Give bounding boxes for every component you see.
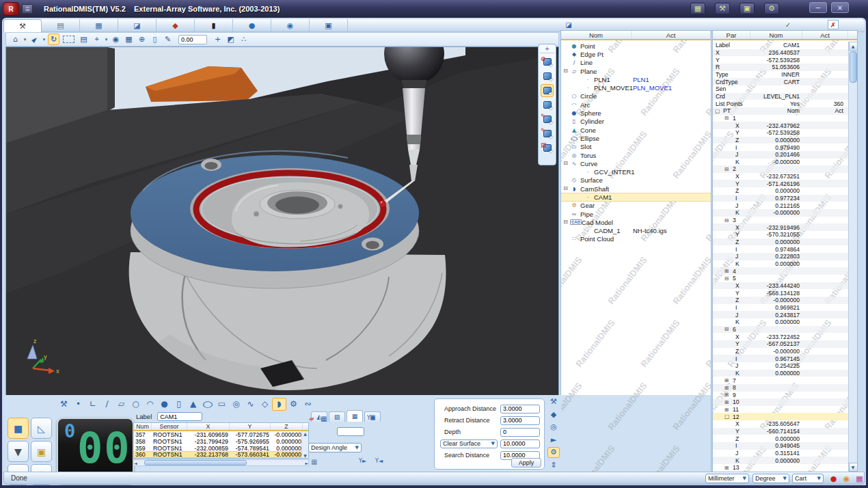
tree-item-curve[interactable]: ⊟∿Curve bbox=[561, 159, 711, 167]
tree-item-ellipse[interactable]: ○Ellipse bbox=[561, 134, 711, 142]
property-row[interactable]: J0.222803 bbox=[713, 253, 848, 260]
property-row[interactable]: TypeINNER bbox=[713, 71, 848, 79]
tree-item-cadm-1[interactable]: ·CADM_1NH-tc40.igs bbox=[561, 227, 711, 235]
export-view-icon[interactable]: ▤ bbox=[78, 33, 90, 45]
table-row[interactable]: 359ROOTSN1-232.000859-574.7895410.000000 bbox=[134, 445, 308, 452]
pick-solid-icon[interactable]: ◩ bbox=[225, 33, 236, 45]
tree-item-point-cloud[interactable]: ∷Point Cloud bbox=[561, 235, 711, 243]
rotate-view-icon[interactable]: ↻ bbox=[48, 33, 59, 45]
feature-label-input[interactable] bbox=[157, 412, 202, 421]
arc-icon[interactable]: ◠ bbox=[143, 398, 157, 411]
tab-view[interactable]: ◉ bbox=[271, 19, 310, 32]
probes-icon[interactable]: ◆ bbox=[547, 409, 560, 419]
property-row[interactable]: R51.053606 bbox=[713, 64, 848, 71]
scroll-right-icon[interactable]: ► bbox=[305, 461, 308, 465]
property-row[interactable]: K-0.000000 bbox=[713, 159, 848, 166]
probe-mark-icon[interactable]: ►✎ bbox=[541, 127, 554, 140]
tree-item-cam1[interactable]: ·CAM1 bbox=[561, 193, 711, 201]
property-row[interactable]: Z-0.000000 bbox=[713, 297, 848, 304]
property-row[interactable]: □12 bbox=[713, 413, 848, 420]
scrollbar-thumb[interactable] bbox=[144, 460, 247, 465]
property-row[interactable]: □PTNomAct bbox=[713, 107, 848, 115]
property-row[interactable]: ⊞8 bbox=[713, 384, 848, 392]
expand-toggle-icon[interactable]: ⊞ bbox=[724, 465, 731, 471]
estop-icon[interactable]: ● bbox=[828, 473, 839, 484]
scroll-down-icon[interactable]: ▼ bbox=[303, 453, 307, 458]
expand-toggle-icon[interactable]: ⊞ bbox=[724, 392, 731, 398]
property-row[interactable]: K0.000000 bbox=[713, 457, 848, 464]
machine-remote-icon[interactable]: ▦ bbox=[690, 3, 705, 14]
property-row[interactable]: Y-570.321055 bbox=[713, 231, 848, 239]
cylinder-view-icon[interactable]: ▯ bbox=[149, 33, 161, 45]
tolerance-value-input[interactable] bbox=[178, 35, 207, 44]
line-icon[interactable]: ∕ bbox=[100, 398, 114, 411]
property-row[interactable]: ⊞13 bbox=[713, 464, 848, 472]
tree-item-gear[interactable]: ⚙Gear bbox=[561, 202, 711, 210]
joystick-link-icon[interactable]: ⚙ bbox=[764, 3, 779, 14]
property-row[interactable]: K-0.000000 bbox=[713, 209, 848, 217]
property-row[interactable]: LabelCAM1 bbox=[713, 42, 848, 49]
tree-item-torus[interactable]: ◎Torus bbox=[561, 151, 711, 159]
machine-head-icon[interactable]: ⚒ bbox=[547, 396, 560, 407]
collapse-updown-icon[interactable]: ⇕ bbox=[547, 460, 560, 470]
auto-feature-icon[interactable]: ⚒ bbox=[57, 398, 71, 411]
property-row[interactable]: X-233.722452 bbox=[713, 333, 848, 340]
property-row[interactable]: X236.440537 bbox=[713, 49, 848, 57]
tree-item-cylinder[interactable]: ▯Cylinder bbox=[561, 118, 711, 126]
expand-toggle-icon[interactable]: ⊞ bbox=[724, 268, 731, 274]
tab-machine[interactable]: ⚒ bbox=[3, 19, 42, 32]
coord-system-select[interactable]: Cart▼ bbox=[792, 474, 824, 483]
tab-sphere[interactable]: ● bbox=[233, 19, 271, 32]
close-button[interactable]: × bbox=[831, 2, 849, 13]
expand-toggle-icon[interactable]: ⊞ bbox=[724, 399, 731, 405]
tab-tool[interactable]: ▮ bbox=[195, 19, 233, 32]
point-icon[interactable]: • bbox=[71, 398, 85, 411]
apply-button[interactable]: Apply bbox=[511, 458, 541, 467]
tree-item-cad-model[interactable]: ⊟CADCad Model bbox=[561, 218, 711, 226]
crosshair-icon[interactable]: + bbox=[212, 33, 223, 45]
property-row[interactable]: Y-567.052137 bbox=[713, 340, 848, 348]
tree-item-circle[interactable]: ○Circle bbox=[561, 92, 711, 100]
property-row[interactable]: Y-572.539258 bbox=[713, 129, 848, 137]
grid-tool-icon[interactable]: ▦ bbox=[311, 458, 317, 465]
workpiece-mode-button[interactable]: ■ bbox=[8, 418, 29, 439]
property-row[interactable]: ⊟3 bbox=[713, 217, 848, 224]
angle-value-input[interactable] bbox=[337, 427, 364, 436]
camshaft-icon[interactable]: ◗ bbox=[272, 398, 286, 411]
viewport-3d[interactable]: z y x bbox=[5, 46, 559, 396]
property-row[interactable]: I0.979490 bbox=[713, 144, 848, 151]
property-row[interactable]: I0.969821 bbox=[713, 304, 848, 312]
property-row[interactable]: Y-560.714154 bbox=[713, 428, 848, 435]
property-row[interactable]: Z0.000000 bbox=[713, 137, 848, 144]
tree-item-pln1[interactable]: ·PLN1PLN1 bbox=[561, 75, 711, 83]
property-row[interactable]: I0.967145 bbox=[713, 355, 848, 362]
property-row[interactable]: ⊞4 bbox=[713, 267, 848, 275]
dual-screen-icon[interactable]: ▣ bbox=[740, 3, 755, 14]
tree-item-line[interactable]: ∕Line bbox=[561, 59, 711, 67]
expand-toggle-icon[interactable]: ⊟ bbox=[724, 326, 731, 332]
pan-icon[interactable]: ⊕ bbox=[136, 33, 148, 45]
zoom-feature-icon[interactable]: ◎ bbox=[547, 422, 560, 432]
expand-toggle-icon[interactable]: ⊞ bbox=[724, 377, 731, 383]
property-row[interactable]: Y-571.426196 bbox=[713, 180, 848, 187]
cylinder-icon[interactable]: ▯ bbox=[172, 398, 186, 411]
accept-icon[interactable]: ✓ bbox=[783, 20, 794, 29]
tree-item-slot[interactable]: ▭Slot bbox=[561, 143, 711, 151]
expand-toggle-icon[interactable]: ⊟ bbox=[562, 68, 569, 74]
scroll-down-icon[interactable]: ▼ bbox=[849, 463, 858, 472]
property-row[interactable]: ⊞11 bbox=[713, 406, 848, 414]
property-row[interactable]: X-232.919496 bbox=[713, 223, 848, 231]
expand-toggle-icon[interactable]: ⊟ bbox=[724, 166, 731, 172]
tree-item-pln-move1[interactable]: ·PLN_MOVE1PLN_MOVE1 bbox=[561, 83, 711, 92]
property-row[interactable]: ⊞9 bbox=[713, 392, 848, 399]
probe-edit-icon[interactable]: ►✎ bbox=[541, 113, 554, 126]
torus-icon[interactable]: ◎ bbox=[229, 398, 243, 411]
ellipse-icon[interactable]: ○ bbox=[197, 398, 219, 411]
tree-item-plane[interactable]: ⊟▱Plane bbox=[561, 67, 711, 75]
scrollbar-thumb[interactable] bbox=[850, 51, 857, 83]
probe-stack-icon[interactable]: ►▤ bbox=[541, 141, 554, 154]
property-row[interactable]: J0.315141 bbox=[713, 450, 848, 457]
pipe-icon[interactable]: ∾ bbox=[301, 398, 315, 411]
tree-item-camshaft[interactable]: ⊟◗CamShaft bbox=[561, 185, 711, 193]
gear-icon[interactable]: ⚙ bbox=[286, 398, 301, 411]
